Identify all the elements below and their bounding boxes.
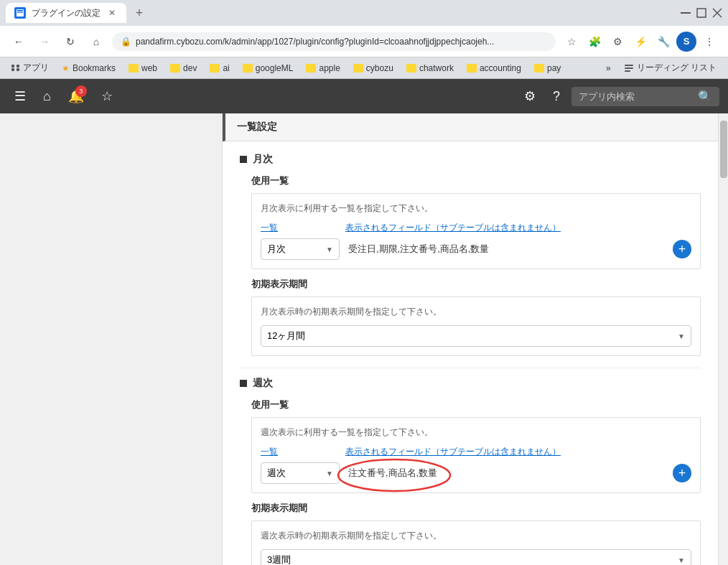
- monthly-period-arrow-icon: ▼: [678, 332, 685, 340]
- home-button[interactable]: ⌂: [37, 83, 57, 110]
- bookmark-accounting-label: accounting: [480, 63, 521, 73]
- weekly-list-row: 週次 ▼ 注文番号,商品名,数量 +: [261, 462, 691, 484]
- svg-rect-8: [625, 67, 633, 69]
- scrollbar[interactable]: [718, 113, 728, 565]
- bookmark-ai[interactable]: ai: [204, 61, 235, 75]
- bookmark-googleml[interactable]: googleML: [237, 61, 299, 75]
- monthly-plus-icon[interactable]: +: [673, 240, 691, 258]
- weekly-helper-text: 週次表示に利用する一覧を指定して下さい。: [261, 426, 691, 439]
- reading-list-button[interactable]: リーディング リスト: [618, 60, 722, 76]
- bookmark-accounting[interactable]: accounting: [461, 61, 527, 75]
- section-header: 一覧設定: [223, 113, 718, 141]
- settings-button[interactable]: ⚙: [607, 32, 627, 52]
- monthly-usage-box: 月次表示に利用する一覧を指定して下さい。 一覧 表示されるフィールド（サブテーブ…: [251, 193, 701, 269]
- tab-close-button[interactable]: ✕: [106, 7, 118, 19]
- bookmark-ai-label: ai: [223, 63, 229, 73]
- bookmark-pay-label: pay: [547, 63, 561, 73]
- notification-button[interactable]: 🔔 3: [62, 83, 90, 110]
- window-controls: [681, 8, 722, 18]
- extension2-button[interactable]: 🔧: [653, 32, 673, 52]
- monthly-usage-section: 使用一覧 月次表示に利用する一覧を指定して下さい。 一覧 表示されるフィールド（…: [240, 174, 701, 356]
- minimize-icon[interactable]: [681, 8, 691, 18]
- svg-rect-7: [625, 65, 633, 66]
- weekly-usage-box: 週次表示に利用する一覧を指定して下さい。 一覧 表示されるフィールド（サブテーブ…: [251, 417, 701, 493]
- monthly-title: 月次: [253, 153, 273, 166]
- weekly-title-row: 週次: [240, 377, 701, 390]
- apps-label: アプリ: [23, 62, 49, 74]
- help-button[interactable]: ?: [547, 83, 566, 110]
- profile-button[interactable]: S: [676, 32, 696, 52]
- favorites-button[interactable]: ☆: [95, 83, 118, 110]
- monthly-list-dropdown[interactable]: 月次 ▼: [261, 238, 340, 260]
- section-title: 一覧設定: [237, 121, 277, 134]
- address-input[interactable]: 🔒 pandafirm.cybozu.com/k/admin/app/1027/…: [112, 32, 556, 51]
- weekly-period-helper: 週次表示時の初期表示期間を指定して下さい。: [261, 530, 691, 542]
- close-window-icon[interactable]: [712, 8, 722, 18]
- svg-rect-9: [625, 70, 630, 72]
- bookmark-cybozu[interactable]: cybozu: [347, 61, 399, 75]
- weekly-title: 週次: [253, 377, 273, 390]
- reload-button[interactable]: ↻: [60, 32, 80, 52]
- weekly-period-box: 週次表示時の初期表示期間を指定して下さい。 3週間 ▼: [251, 520, 701, 565]
- folder-icon: [129, 64, 139, 73]
- apps-button[interactable]: アプリ: [6, 60, 55, 76]
- monthly-period-section: 初期表示期間 月次表示時の初期表示期間を指定して下さい。 12ヶ月間 ▼: [251, 278, 701, 356]
- weekly-list-col-link[interactable]: 一覧: [261, 447, 278, 457]
- tab-title: プラグインの設定: [32, 7, 101, 19]
- weekly-add-button[interactable]: +: [673, 464, 691, 482]
- bookmark-apple-label: apple: [319, 63, 340, 73]
- weekly-dropdown-arrow-icon: ▼: [326, 470, 333, 477]
- extensions-button[interactable]: 🧩: [584, 32, 605, 52]
- weekly-list-dropdown[interactable]: 週次 ▼: [261, 462, 340, 484]
- new-tab-button[interactable]: +: [129, 3, 149, 23]
- weekly-plus-icon[interactable]: +: [673, 464, 691, 482]
- monthly-title-row: 月次: [240, 153, 701, 166]
- left-panel: [0, 113, 223, 565]
- settings-icon[interactable]: ⚙: [518, 83, 541, 110]
- monthly-fields-col-link[interactable]: 表示されるフィールド（サブテーブルは含まれません）: [345, 223, 561, 233]
- folder-icon: [534, 64, 544, 73]
- weekly-period-dropdown[interactable]: 3週間 ▼: [261, 549, 691, 565]
- bookmark-pay[interactable]: pay: [528, 61, 566, 75]
- bookmark-dev[interactable]: dev: [164, 61, 202, 75]
- monthly-dropdown-arrow-icon: ▼: [326, 246, 333, 253]
- weekly-section: 週次 使用一覧 週次表示に利用する一覧を指定して下さい。 一覧 表示: [240, 368, 701, 565]
- monthly-usage-label: 使用一覧: [251, 174, 701, 187]
- monthly-period-dropdown[interactable]: 12ヶ月間 ▼: [261, 325, 691, 347]
- weekly-col-headers: 一覧 表示されるフィールド（サブテーブルは含まれません）: [261, 446, 691, 458]
- forward-button[interactable]: →: [34, 32, 55, 52]
- monthly-period-value: 12ヶ月間: [267, 330, 305, 342]
- bookmark-apple[interactable]: apple: [300, 61, 345, 75]
- hamburger-button[interactable]: ☰: [9, 83, 32, 110]
- weekly-fields-container: 注文番号,商品名,数量: [348, 467, 437, 480]
- weekly-period-arrow-icon: ▼: [678, 556, 685, 564]
- monthly-list-col-link[interactable]: 一覧: [261, 223, 278, 233]
- maximize-icon[interactable]: [696, 8, 706, 18]
- active-tab[interactable]: プラグインの設定 ✕: [6, 3, 126, 23]
- weekly-fields-col-link[interactable]: 表示されるフィールド（サブテーブルは含まれません）: [345, 447, 561, 457]
- folder-icon: [467, 64, 477, 73]
- folder-icon: [353, 64, 363, 73]
- home-button[interactable]: ⌂: [86, 32, 106, 52]
- app-header: ☰ ⌂ 🔔 3 ☆ ⚙ ? 🔍: [0, 79, 728, 113]
- bookmark-star-button[interactable]: ☆: [561, 32, 582, 52]
- scroll-thumb[interactable]: [720, 121, 727, 178]
- app-search-bar: 🔍: [571, 87, 719, 106]
- search-submit-button[interactable]: 🔍: [698, 90, 712, 103]
- weekly-usage-section: 使用一覧 週次表示に利用する一覧を指定して下さい。 一覧 表示されるフィールド（…: [240, 398, 701, 565]
- weekly-period-label: 初期表示期間: [251, 502, 701, 515]
- bookmark-chatwork[interactable]: chatwork: [401, 61, 459, 75]
- app-search-input[interactable]: [579, 91, 694, 102]
- monthly-col-headers: 一覧 表示されるフィールド（サブテーブルは含まれません）: [261, 222, 691, 234]
- bookmarks-star-item[interactable]: ★ Bookmarks: [56, 61, 121, 75]
- weekly-square-icon: [240, 380, 247, 387]
- settings-content: 月次 使用一覧 月次表示に利用する一覧を指定して下さい。 一覧 表示: [223, 141, 718, 565]
- bookmark-web[interactable]: web: [123, 61, 163, 75]
- folder-icon: [306, 64, 316, 73]
- menu-button[interactable]: ⋮: [699, 32, 719, 52]
- more-bookmarks-button[interactable]: »: [600, 61, 617, 75]
- back-button[interactable]: ←: [9, 32, 29, 52]
- lightning-button[interactable]: ⚡: [630, 32, 650, 52]
- monthly-col-fields-header: 表示されるフィールド（サブテーブルは含まれません）: [345, 222, 561, 234]
- monthly-add-button[interactable]: +: [673, 240, 691, 258]
